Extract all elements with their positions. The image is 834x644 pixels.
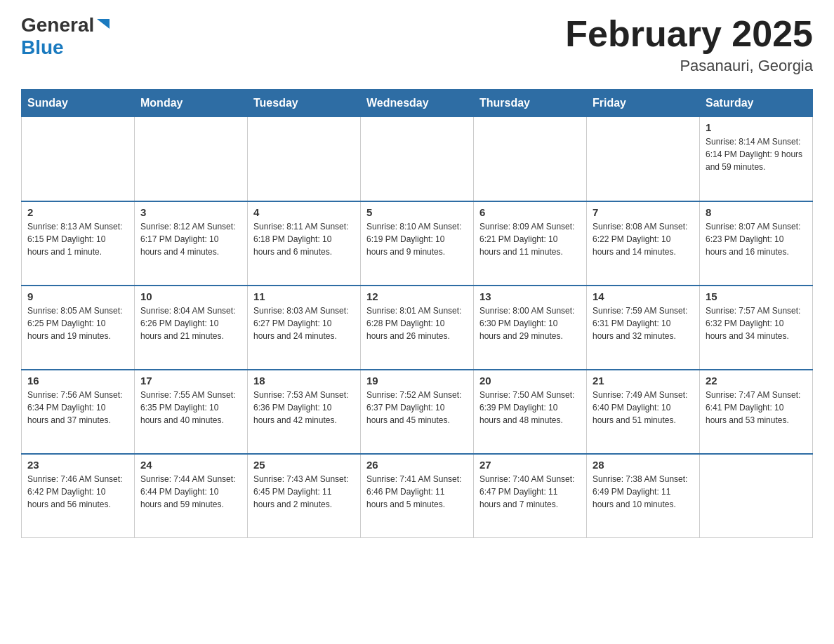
day-cell: 17Sunrise: 7:55 AM Sunset: 6:35 PM Dayli… <box>135 370 248 454</box>
day-info: Sunrise: 7:50 AM Sunset: 6:39 PM Dayligh… <box>479 389 581 427</box>
header-monday: Monday <box>135 90 248 117</box>
day-number: 20 <box>479 375 581 387</box>
week-row-3: 9Sunrise: 8:05 AM Sunset: 6:25 PM Daylig… <box>22 286 813 370</box>
day-cell: 9Sunrise: 8:05 AM Sunset: 6:25 PM Daylig… <box>22 286 135 370</box>
day-cell: 24Sunrise: 7:44 AM Sunset: 6:44 PM Dayli… <box>135 454 248 538</box>
day-cell: 7Sunrise: 8:08 AM Sunset: 6:22 PM Daylig… <box>587 201 700 286</box>
day-cell: 5Sunrise: 8:10 AM Sunset: 6:19 PM Daylig… <box>361 201 474 286</box>
day-cell <box>248 117 361 201</box>
day-info: Sunrise: 7:57 AM Sunset: 6:32 PM Dayligh… <box>706 304 807 342</box>
day-cell: 8Sunrise: 8:07 AM Sunset: 6:23 PM Daylig… <box>700 201 813 286</box>
logo-blue-text: Blue <box>21 36 64 58</box>
day-info: Sunrise: 8:11 AM Sunset: 6:18 PM Dayligh… <box>253 220 355 258</box>
header-tuesday: Tuesday <box>248 90 361 117</box>
day-cell: 22Sunrise: 7:47 AM Sunset: 6:41 PM Dayli… <box>700 370 813 454</box>
day-cell: 27Sunrise: 7:40 AM Sunset: 6:47 PM Dayli… <box>474 454 587 538</box>
day-cell: 26Sunrise: 7:41 AM Sunset: 6:46 PM Dayli… <box>361 454 474 538</box>
day-cell <box>474 117 587 201</box>
day-number: 18 <box>253 375 355 387</box>
day-info: Sunrise: 7:59 AM Sunset: 6:31 PM Dayligh… <box>593 304 694 342</box>
day-number: 23 <box>27 459 128 471</box>
day-cell: 16Sunrise: 7:56 AM Sunset: 6:34 PM Dayli… <box>22 370 135 454</box>
day-info: Sunrise: 8:13 AM Sunset: 6:15 PM Dayligh… <box>27 220 128 258</box>
header-thursday: Thursday <box>474 90 587 117</box>
day-cell: 15Sunrise: 7:57 AM Sunset: 6:32 PM Dayli… <box>700 286 813 370</box>
day-cell: 11Sunrise: 8:03 AM Sunset: 6:27 PM Dayli… <box>248 286 361 370</box>
header-saturday: Saturday <box>700 90 813 117</box>
logo: General Blue <box>21 14 111 59</box>
day-number: 1 <box>706 121 807 133</box>
day-info: Sunrise: 7:46 AM Sunset: 6:42 PM Dayligh… <box>27 473 128 511</box>
day-cell: 18Sunrise: 7:53 AM Sunset: 6:36 PM Dayli… <box>248 370 361 454</box>
day-info: Sunrise: 7:56 AM Sunset: 6:34 PM Dayligh… <box>27 389 128 427</box>
day-info: Sunrise: 7:55 AM Sunset: 6:35 PM Dayligh… <box>140 389 241 427</box>
day-cell: 23Sunrise: 7:46 AM Sunset: 6:42 PM Dayli… <box>22 454 135 538</box>
day-number: 5 <box>366 206 468 218</box>
day-cell: 3Sunrise: 8:12 AM Sunset: 6:17 PM Daylig… <box>135 201 248 286</box>
day-number: 4 <box>253 206 355 218</box>
day-cell: 2Sunrise: 8:13 AM Sunset: 6:15 PM Daylig… <box>22 201 135 286</box>
day-info: Sunrise: 8:09 AM Sunset: 6:21 PM Dayligh… <box>479 220 581 258</box>
page-header: General Blue February 2025 Pasanauri, Ge… <box>21 14 813 75</box>
day-info: Sunrise: 7:38 AM Sunset: 6:49 PM Dayligh… <box>593 473 694 511</box>
day-cell: 20Sunrise: 7:50 AM Sunset: 6:39 PM Dayli… <box>474 370 587 454</box>
day-cell: 10Sunrise: 8:04 AM Sunset: 6:26 PM Dayli… <box>135 286 248 370</box>
logo-triangle-icon <box>95 16 111 32</box>
calendar-header-row: SundayMondayTuesdayWednesdayThursdayFrid… <box>22 90 813 117</box>
week-row-4: 16Sunrise: 7:56 AM Sunset: 6:34 PM Dayli… <box>22 370 813 454</box>
title-block: February 2025 Pasanauri, Georgia <box>565 14 813 75</box>
day-cell: 12Sunrise: 8:01 AM Sunset: 6:28 PM Dayli… <box>361 286 474 370</box>
day-cell: 28Sunrise: 7:38 AM Sunset: 6:49 PM Dayli… <box>587 454 700 538</box>
day-cell <box>587 117 700 201</box>
day-number: 2 <box>27 206 128 218</box>
day-info: Sunrise: 8:14 AM Sunset: 6:14 PM Dayligh… <box>706 135 807 173</box>
day-number: 19 <box>366 375 468 387</box>
day-info: Sunrise: 8:01 AM Sunset: 6:28 PM Dayligh… <box>366 304 468 342</box>
day-info: Sunrise: 7:44 AM Sunset: 6:44 PM Dayligh… <box>140 473 241 511</box>
day-info: Sunrise: 8:00 AM Sunset: 6:30 PM Dayligh… <box>479 304 581 342</box>
header-sunday: Sunday <box>22 90 135 117</box>
day-number: 13 <box>479 290 581 302</box>
day-number: 24 <box>140 459 241 471</box>
day-info: Sunrise: 7:40 AM Sunset: 6:47 PM Dayligh… <box>479 473 581 511</box>
day-cell: 1Sunrise: 8:14 AM Sunset: 6:14 PM Daylig… <box>700 117 813 201</box>
day-info: Sunrise: 8:07 AM Sunset: 6:23 PM Dayligh… <box>706 220 807 258</box>
day-number: 8 <box>706 206 807 218</box>
week-row-5: 23Sunrise: 7:46 AM Sunset: 6:42 PM Dayli… <box>22 454 813 538</box>
day-info: Sunrise: 7:49 AM Sunset: 6:40 PM Dayligh… <box>593 389 694 427</box>
day-number: 27 <box>479 459 581 471</box>
day-info: Sunrise: 7:53 AM Sunset: 6:36 PM Dayligh… <box>253 389 355 427</box>
week-row-1: 1Sunrise: 8:14 AM Sunset: 6:14 PM Daylig… <box>22 117 813 201</box>
day-cell: 4Sunrise: 8:11 AM Sunset: 6:18 PM Daylig… <box>248 201 361 286</box>
day-number: 12 <box>366 290 468 302</box>
day-info: Sunrise: 8:12 AM Sunset: 6:17 PM Dayligh… <box>140 220 241 258</box>
day-number: 3 <box>140 206 241 218</box>
day-cell: 6Sunrise: 8:09 AM Sunset: 6:21 PM Daylig… <box>474 201 587 286</box>
day-info: Sunrise: 8:05 AM Sunset: 6:25 PM Dayligh… <box>27 304 128 342</box>
day-info: Sunrise: 8:08 AM Sunset: 6:22 PM Dayligh… <box>593 220 694 258</box>
day-cell <box>361 117 474 201</box>
day-info: Sunrise: 8:03 AM Sunset: 6:27 PM Dayligh… <box>253 304 355 342</box>
day-number: 17 <box>140 375 241 387</box>
calendar-subtitle: Pasanauri, Georgia <box>565 57 813 75</box>
header-wednesday: Wednesday <box>361 90 474 117</box>
day-cell: 21Sunrise: 7:49 AM Sunset: 6:40 PM Dayli… <box>587 370 700 454</box>
day-info: Sunrise: 7:52 AM Sunset: 6:37 PM Dayligh… <box>366 389 468 427</box>
day-number: 28 <box>593 459 694 471</box>
header-friday: Friday <box>587 90 700 117</box>
day-cell: 13Sunrise: 8:00 AM Sunset: 6:30 PM Dayli… <box>474 286 587 370</box>
day-number: 6 <box>479 206 581 218</box>
day-number: 10 <box>140 290 241 302</box>
day-info: Sunrise: 7:43 AM Sunset: 6:45 PM Dayligh… <box>253 473 355 511</box>
day-number: 26 <box>366 459 468 471</box>
day-cell <box>135 117 248 201</box>
day-number: 9 <box>27 290 128 302</box>
svg-marker-0 <box>97 19 110 29</box>
day-number: 15 <box>706 290 807 302</box>
day-info: Sunrise: 8:04 AM Sunset: 6:26 PM Dayligh… <box>140 304 241 342</box>
calendar-table: SundayMondayTuesdayWednesdayThursdayFrid… <box>21 89 813 538</box>
day-info: Sunrise: 7:41 AM Sunset: 6:46 PM Dayligh… <box>366 473 468 511</box>
logo-general-text: General <box>21 14 94 36</box>
day-number: 7 <box>593 206 694 218</box>
day-cell: 19Sunrise: 7:52 AM Sunset: 6:37 PM Dayli… <box>361 370 474 454</box>
